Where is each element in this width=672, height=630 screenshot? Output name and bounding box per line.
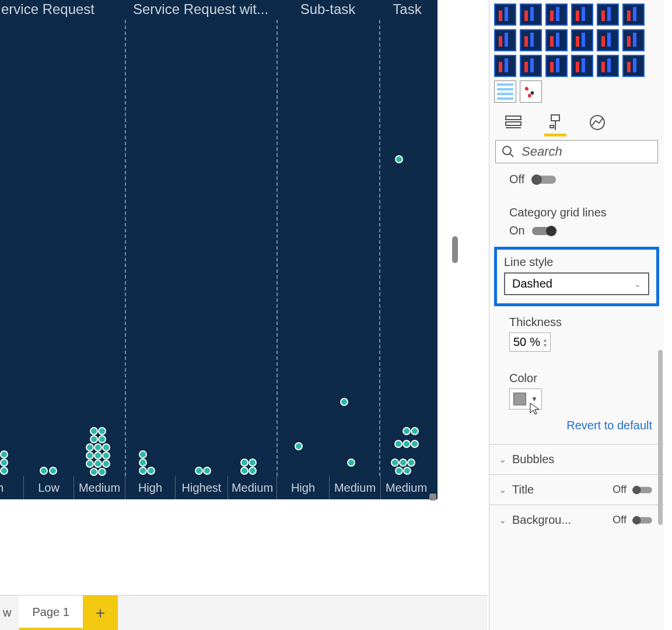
data-point bbox=[0, 467, 8, 475]
viz-tile[interactable] bbox=[520, 4, 542, 26]
x-label: Highest bbox=[175, 476, 228, 499]
spinner-icon[interactable]: ▴▾ bbox=[544, 337, 547, 348]
viz-tile-dotplot[interactable] bbox=[520, 80, 542, 103]
data-point bbox=[249, 467, 257, 475]
x-label: High bbox=[125, 476, 175, 499]
data-point bbox=[407, 459, 415, 467]
thickness-unit: % bbox=[530, 335, 540, 349]
line-style-highlight: Line style Dashed ⌄ bbox=[494, 247, 659, 306]
prop-thickness: Thickness 50 % ▴▾ bbox=[489, 312, 664, 355]
x-label: Medium bbox=[380, 476, 432, 499]
panel-scrollbar[interactable] bbox=[658, 350, 663, 525]
data-point bbox=[139, 459, 147, 467]
chart-x-labels: gh Low Medium High Highest Medium High M… bbox=[0, 476, 438, 499]
data-point bbox=[411, 427, 419, 435]
x-label: High bbox=[276, 476, 329, 499]
x-label: Low bbox=[23, 476, 74, 499]
analytics-tab[interactable] bbox=[585, 111, 610, 134]
data-point bbox=[139, 467, 147, 475]
line-style-select[interactable]: Dashed ⌄ bbox=[504, 272, 649, 295]
viz-tile[interactable] bbox=[622, 4, 645, 26]
scatter-chart[interactable]: ervice Request Service Request wit... Su… bbox=[0, 0, 438, 499]
thickness-value: 50 bbox=[513, 335, 526, 349]
prop-label: Line style bbox=[504, 256, 649, 269]
x-label: gh bbox=[0, 476, 23, 499]
data-point bbox=[86, 460, 94, 468]
data-point bbox=[0, 450, 8, 459]
accordion-bubbles[interactable]: ⌄ Bubbles bbox=[489, 444, 664, 474]
toggle-switch[interactable] bbox=[531, 176, 556, 184]
svg-rect-3 bbox=[551, 115, 559, 121]
viz-tile-grid[interactable] bbox=[494, 80, 516, 103]
data-point bbox=[98, 435, 106, 443]
viz-tile[interactable] bbox=[545, 4, 568, 26]
col-header: Service Request wit... bbox=[125, 0, 276, 20]
viz-type-gallery bbox=[489, 0, 664, 106]
viz-tile[interactable] bbox=[597, 4, 619, 26]
viz-tile[interactable] bbox=[494, 4, 516, 26]
toggle-background[interactable] bbox=[632, 517, 652, 523]
add-page-button[interactable]: + bbox=[83, 596, 118, 630]
viz-tile[interactable] bbox=[520, 29, 542, 51]
data-point bbox=[102, 443, 110, 452]
color-swatch bbox=[513, 393, 526, 405]
accordion-label: Bubbles bbox=[512, 453, 554, 466]
chart-scrollbar-corner[interactable] bbox=[429, 494, 436, 501]
prop-label: Color bbox=[509, 372, 652, 385]
viz-tile[interactable] bbox=[545, 29, 568, 51]
revert-to-default[interactable]: Revert to default bbox=[489, 413, 664, 444]
data-point bbox=[102, 452, 110, 460]
viz-tile[interactable] bbox=[545, 55, 568, 77]
prop-color: Color ▼ bbox=[489, 368, 664, 413]
viz-tile[interactable] bbox=[520, 55, 542, 77]
data-point bbox=[86, 452, 94, 460]
col-header: ervice Request bbox=[0, 0, 125, 20]
data-point bbox=[90, 427, 98, 435]
data-point bbox=[49, 467, 57, 475]
viz-tile[interactable] bbox=[494, 55, 516, 77]
page-tabs: w Page 1 + bbox=[0, 595, 487, 630]
viz-tile[interactable] bbox=[571, 29, 593, 51]
data-point bbox=[395, 155, 403, 163]
data-point bbox=[394, 440, 402, 448]
data-point bbox=[94, 460, 102, 468]
col-header: Sub-task bbox=[276, 0, 379, 20]
grid-line bbox=[379, 20, 380, 476]
chevron-down-icon: ⌄ bbox=[499, 514, 506, 526]
data-point bbox=[195, 467, 203, 475]
toggle-category-grid-lines[interactable] bbox=[532, 227, 556, 235]
report-canvas[interactable]: ervice Request Service Request wit... Su… bbox=[0, 0, 458, 572]
viz-tile[interactable] bbox=[494, 29, 516, 51]
toggle-title[interactable] bbox=[632, 487, 652, 493]
viz-tile[interactable] bbox=[622, 29, 645, 51]
fields-tab[interactable] bbox=[501, 111, 526, 134]
chevron-down-icon: ⌄ bbox=[634, 279, 641, 289]
svg-rect-1 bbox=[506, 122, 521, 125]
color-picker[interactable]: ▼ bbox=[509, 388, 542, 410]
data-point bbox=[402, 427, 411, 435]
data-point bbox=[340, 398, 348, 406]
toggle-label: Off bbox=[509, 173, 524, 186]
viz-tile[interactable] bbox=[622, 55, 645, 77]
thickness-input[interactable]: 50 % ▴▾ bbox=[509, 332, 551, 352]
format-tab[interactable] bbox=[543, 111, 568, 134]
grid-line bbox=[125, 20, 126, 476]
data-point bbox=[240, 467, 249, 475]
accordion-background[interactable]: ⌄ Backgrou... Off bbox=[489, 505, 664, 535]
format-search[interactable]: Search bbox=[495, 140, 658, 163]
page-tab-page1[interactable]: Page 1 bbox=[19, 596, 82, 630]
data-point bbox=[240, 459, 249, 467]
chart-scrollbar-vertical[interactable] bbox=[452, 236, 458, 263]
svg-line-8 bbox=[510, 153, 513, 157]
viz-tile[interactable] bbox=[597, 29, 619, 51]
data-point bbox=[395, 467, 403, 475]
svg-rect-0 bbox=[506, 116, 521, 120]
viz-tile[interactable] bbox=[571, 55, 593, 77]
viz-tile[interactable] bbox=[597, 55, 619, 77]
viz-tile[interactable] bbox=[571, 4, 593, 26]
accordion-title[interactable]: ⌄ Title Off bbox=[489, 474, 664, 505]
page-tab-partial[interactable]: w bbox=[0, 596, 19, 630]
accordion-label: Backgrou... bbox=[512, 513, 571, 527]
x-label: Medium bbox=[329, 476, 380, 499]
prop-unnamed-toggle: Off bbox=[489, 169, 664, 190]
